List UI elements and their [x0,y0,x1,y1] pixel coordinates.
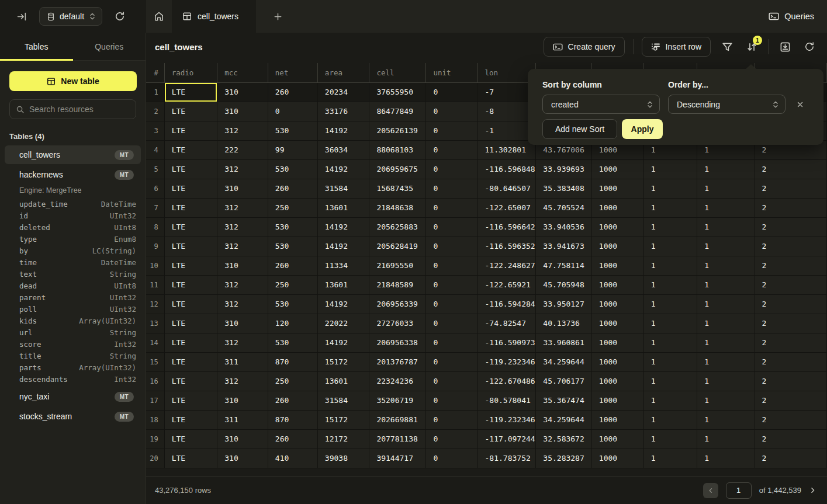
table-cell[interactable]: 250 [268,371,317,391]
table-cell[interactable]: -116.596848 [477,159,536,179]
table-cell[interactable]: 1 [643,275,697,294]
table-cell[interactable]: 1 [697,371,755,391]
table-cell[interactable]: 312 [217,294,268,314]
table-cell[interactable]: 11334 [317,256,369,275]
search-box[interactable] [9,99,136,119]
table-cell[interactable]: 1000 [591,179,643,198]
table-cell[interactable]: 2 [755,294,826,314]
table-cell[interactable]: LTE [164,294,217,314]
table-cell[interactable]: 201376787 [369,352,426,371]
table-cell[interactable]: 206956338 [369,333,426,352]
sidebar-tab-tables[interactable]: Tables [0,33,73,60]
table-cell[interactable]: -122.65007 [477,198,536,217]
table-cell[interactable]: 205625883 [369,217,426,237]
table-cell[interactable]: 33.950127 [536,294,592,314]
table-list-item[interactable]: stocks_streamMT [5,407,141,426]
table-cell[interactable]: 250 [268,275,317,294]
table-cell[interactable]: 12172 [317,429,369,449]
table-cell[interactable]: -122.670486 [477,371,536,391]
page-input[interactable] [726,482,752,499]
table-cell[interactable]: 2 [755,179,826,198]
row-number[interactable]: 19 [146,429,164,449]
table-cell[interactable]: -119.232346 [477,352,536,371]
table-cell[interactable]: 1 [643,237,697,256]
row-number[interactable]: 1 [146,82,164,102]
table-list-item[interactable]: cell_towersMT [5,145,141,164]
table-cell[interactable]: 33.960861 [536,333,592,352]
table-cell[interactable]: 311 [217,352,268,371]
table-cell[interactable]: 39038 [317,449,369,468]
row-number[interactable]: 20 [146,449,164,468]
table-cell[interactable]: 2 [755,352,826,371]
table-cell[interactable]: 1 [697,179,755,198]
table-cell[interactable]: 312 [217,121,268,140]
table-cell[interactable]: LTE [164,410,217,429]
column-header[interactable]: # [146,63,164,82]
table-cell[interactable]: 40.13736 [536,314,592,333]
table-cell[interactable]: 1 [697,159,755,179]
table-cell[interactable]: 13601 [317,198,369,217]
collapse-sidebar-icon[interactable] [14,9,29,24]
table-cell[interactable]: 530 [268,333,317,352]
table-cell[interactable]: 27276033 [369,314,426,333]
table-cell[interactable]: 34.259644 [536,352,592,371]
table-cell[interactable]: -116.594284 [477,294,536,314]
table-cell[interactable]: 1000 [591,198,643,217]
table-cell[interactable]: 2 [755,314,826,333]
table-cell[interactable]: 1 [697,391,755,410]
row-number[interactable]: 16 [146,371,164,391]
row-number[interactable]: 2 [146,102,164,121]
table-cell[interactable]: 0 [426,275,477,294]
create-query-button[interactable]: Create query [544,37,625,57]
table-cell[interactable]: 310 [217,314,268,333]
table-cell[interactable]: 530 [268,294,317,314]
table-cell[interactable]: 34.259644 [536,410,592,429]
queries-button[interactable]: Queries [769,12,814,21]
table-cell[interactable]: 37655950 [369,82,426,102]
table-cell[interactable]: 1 [697,256,755,275]
table-cell[interactable]: 312 [217,159,268,179]
table-cell[interactable]: 0 [426,159,477,179]
table-cell[interactable]: LTE [164,179,217,198]
table-cell[interactable]: 1 [643,294,697,314]
table-cell[interactable]: 21848638 [369,198,426,217]
table-cell[interactable]: 530 [268,159,317,179]
table-cell[interactable]: 1 [643,429,697,449]
table-cell[interactable]: 1 [643,449,697,468]
table-cell[interactable]: -8 [477,102,536,121]
table-cell[interactable]: 1 [697,198,755,217]
table-cell[interactable]: 1 [697,314,755,333]
new-tab-button[interactable] [270,9,285,24]
sort-column-select[interactable]: created [542,95,660,114]
table-cell[interactable]: 47.758114 [536,256,592,275]
table-cell[interactable]: 31584 [317,391,369,410]
table-cell[interactable]: 530 [268,237,317,256]
table-cell[interactable]: LTE [164,159,217,179]
table-cell[interactable]: 2 [755,256,826,275]
table-cell[interactable]: 0 [426,410,477,429]
table-cell[interactable]: 21848589 [369,275,426,294]
column-header[interactable]: lon [477,63,536,82]
table-cell[interactable]: 0 [426,102,477,121]
table-cell[interactable]: 1 [643,352,697,371]
table-cell[interactable]: 205626139 [369,121,426,140]
table-cell[interactable]: 45.706177 [536,371,592,391]
table-cell[interactable]: 15687435 [369,179,426,198]
table-cell[interactable]: 530 [268,121,317,140]
table-cell[interactable]: 2 [755,391,826,410]
table-cell[interactable]: 202669881 [369,410,426,429]
row-number[interactable]: 7 [146,198,164,217]
table-cell[interactable]: LTE [164,198,217,217]
download-button[interactable] [777,39,793,55]
table-cell[interactable]: -119.232346 [477,410,536,429]
table-cell[interactable]: 2 [755,198,826,217]
table-cell[interactable]: LTE [164,391,217,410]
table-cell[interactable]: 2 [755,275,826,294]
table-list-item[interactable]: hackernewsMT [5,165,141,184]
table-cell[interactable]: 14192 [317,159,369,179]
table-cell[interactable]: 2 [755,449,826,468]
table-cell[interactable]: 36034 [317,140,369,159]
table-cell[interactable]: 1 [697,333,755,352]
table-cell[interactable]: 0 [426,121,477,140]
table-cell[interactable]: LTE [164,429,217,449]
